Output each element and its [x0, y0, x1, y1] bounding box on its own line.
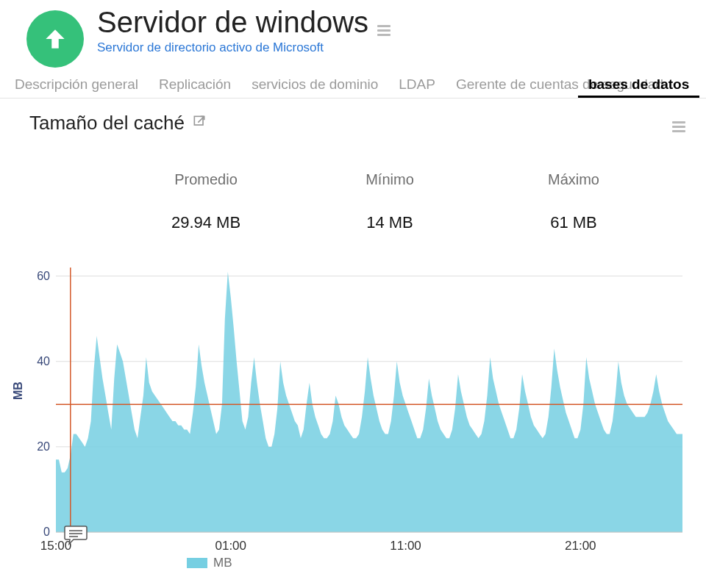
stat-max-label: Máximo: [530, 171, 618, 188]
y-axis-label: MB: [12, 381, 25, 400]
svg-text:40: 40: [37, 355, 50, 368]
panel-menu-button[interactable]: [672, 113, 685, 132]
tab-domain-services[interactable]: servicios de dominio: [241, 72, 388, 98]
cache-size-chart[interactable]: 020406015:0001:0011:0021:00: [25, 260, 687, 569]
stat-min-value: 14 MB: [346, 213, 434, 232]
svg-text:21:00: 21:00: [565, 539, 596, 553]
header-menu-button[interactable]: [377, 17, 391, 36]
tab-sam[interactable]: Gerente de cuentas de seguridad: [446, 72, 578, 98]
tab-bar: Descripción general Replicación servicio…: [0, 72, 706, 98]
stat-min-label: Mínimo: [346, 171, 434, 188]
summary-stats: Promedio 29.94 MB Mínimo 14 MB Máximo 61…: [162, 171, 706, 232]
legend-swatch: [187, 558, 207, 568]
open-external-icon[interactable]: [192, 114, 207, 132]
tab-ldap[interactable]: LDAP: [388, 72, 446, 98]
svg-text:01:00: 01:00: [215, 539, 246, 553]
comment-bubble-icon[interactable]: [63, 525, 88, 548]
svg-text:60: 60: [37, 270, 50, 282]
stat-avg-value: 29.94 MB: [162, 213, 250, 232]
stat-max-value: 61 MB: [530, 213, 618, 232]
tab-overview[interactable]: Descripción general: [4, 72, 149, 98]
panel-title: Tamaño del caché: [29, 112, 185, 135]
page-subtitle-link[interactable]: Servidor de directorio activo de Microso…: [97, 40, 391, 55]
svg-text:20: 20: [37, 440, 50, 453]
svg-text:11:00: 11:00: [390, 539, 421, 553]
legend-label: MB: [213, 556, 232, 570]
tab-replication[interactable]: Replicación: [149, 72, 241, 98]
stat-avg-label: Promedio: [162, 171, 250, 188]
svg-text:0: 0: [43, 526, 50, 538]
svg-rect-0: [194, 117, 203, 126]
server-status-icon: [26, 10, 84, 68]
tab-databases[interactable]: bases de datos: [578, 72, 699, 98]
page-title: Servidor de windows: [97, 6, 368, 39]
